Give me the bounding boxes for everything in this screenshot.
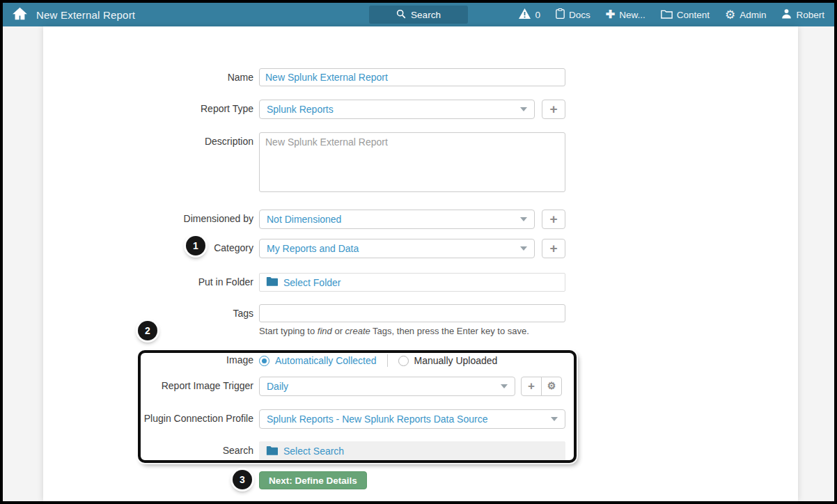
footer-row: Next: Define Details	[43, 471, 798, 489]
gear-icon: ⚙	[725, 9, 735, 21]
radio-automatically-collected-label[interactable]: Automatically Collected	[275, 355, 377, 366]
nav-item-admin[interactable]: ⚙ Admin	[725, 9, 767, 21]
search-row: Search Select Search	[43, 441, 798, 461]
header-nav: 0 Docs ✚ New... Content ⚙ Admin	[519, 8, 824, 22]
select-search-link[interactable]: Select Search	[283, 446, 344, 457]
category-row: Category My Reports and Data +	[43, 239, 798, 258]
dimensioned-by-value: Not Dimensioned	[267, 214, 341, 225]
chevron-down-icon	[520, 217, 527, 221]
gear-icon: ⚙	[547, 380, 556, 391]
put-in-folder-row: Put in Folder Select Folder	[43, 273, 798, 292]
category-select[interactable]: My Reports and Data	[259, 239, 535, 258]
search-button[interactable]: Search	[369, 6, 468, 24]
radio-manually-uploaded-label[interactable]: Manually Uploaded	[414, 355, 498, 366]
annotation-badge-3: 3	[233, 470, 252, 489]
nav-item-content[interactable]: Content	[661, 9, 710, 21]
plus-icon: ✚	[606, 9, 615, 20]
plugin-connection-profile-row: Plugin Connection Profile Splunk Reports…	[43, 409, 798, 429]
chevron-down-icon	[501, 384, 508, 388]
select-folder-field[interactable]: Select Folder	[259, 273, 565, 292]
user-icon	[781, 8, 792, 21]
report-type-label: Report Type	[43, 100, 259, 114]
plugin-connection-profile-select[interactable]: Splunk Reports - New Splunk Reports Data…	[259, 409, 565, 429]
category-value: My Reports and Data	[267, 243, 359, 254]
report-type-row: Report Type Splunk Reports +	[43, 100, 798, 119]
search-label: Search	[43, 441, 259, 456]
chevron-down-icon	[551, 417, 558, 421]
plugin-connection-profile-label: Plugin Connection Profile	[43, 409, 259, 424]
clipboard-icon	[556, 8, 565, 22]
select-folder-link[interactable]: Select Folder	[283, 277, 341, 288]
home-icon	[13, 7, 27, 23]
select-search-field[interactable]: Select Search	[259, 441, 565, 461]
name-label: Name	[43, 68, 259, 83]
add-dimension-button[interactable]: +	[542, 210, 565, 229]
image-label: Image	[43, 352, 259, 365]
dimensioned-by-select[interactable]: Not Dimensioned	[259, 210, 535, 229]
description-textarea[interactable]	[259, 132, 565, 192]
alerts-count: 0	[535, 10, 540, 20]
chevron-down-icon	[520, 246, 527, 251]
app-window: New External Report Search 0 Docs ✚	[0, 0, 837, 504]
user-menu[interactable]: Robert	[781, 8, 824, 21]
tags-label: Tags	[43, 304, 259, 319]
folder-icon	[266, 446, 278, 457]
chevron-down-icon	[520, 107, 527, 111]
add-category-button[interactable]: +	[542, 239, 565, 258]
radio-manually-uploaded[interactable]	[398, 356, 409, 366]
image-row: Image Automatically Collected Manually U…	[43, 352, 798, 367]
alerts-button[interactable]: 0	[519, 8, 540, 21]
nav-item-new[interactable]: ✚ New...	[606, 9, 646, 20]
nav-admin-label: Admin	[740, 10, 766, 20]
search-icon	[396, 9, 406, 21]
annotation-badge-1: 1	[186, 236, 205, 255]
plugin-connection-profile-value: Splunk Reports - New Splunk Reports Data…	[267, 414, 487, 425]
divider	[387, 354, 388, 367]
folder-icon	[266, 276, 278, 288]
name-input[interactable]	[259, 68, 565, 86]
description-row: Description	[43, 132, 798, 192]
category-label: Category	[43, 239, 259, 253]
user-name: Robert	[796, 10, 824, 20]
tags-input[interactable]	[259, 304, 565, 322]
nav-new-label: New...	[619, 10, 646, 20]
trigger-actions: + ⚙	[521, 377, 562, 396]
add-trigger-button[interactable]: +	[521, 377, 542, 396]
report-type-select[interactable]: Splunk Reports	[259, 100, 535, 119]
report-image-trigger-select[interactable]: Daily	[259, 377, 515, 396]
next-define-details-button[interactable]: Next: Define Details	[259, 471, 367, 489]
nav-content-label: Content	[677, 10, 710, 20]
nav-item-docs[interactable]: Docs	[556, 8, 590, 22]
warning-icon	[519, 8, 531, 21]
report-type-value: Splunk Reports	[267, 104, 334, 115]
page-title: New External Report	[36, 9, 135, 21]
image-source-radio-group: Automatically Collected Manually Uploade…	[259, 352, 497, 367]
search-button-label: Search	[411, 10, 441, 20]
report-image-trigger-value: Daily	[267, 381, 288, 392]
nav-docs-label: Docs	[569, 10, 590, 20]
trigger-settings-button[interactable]: ⚙	[541, 377, 562, 396]
put-in-folder-label: Put in Folder	[43, 273, 259, 288]
name-row: Name	[43, 68, 798, 86]
add-report-type-button[interactable]: +	[542, 100, 565, 119]
report-image-trigger-row: Report Image Trigger Daily + ⚙	[43, 377, 798, 396]
tags-hint: Start typing to find or create Tags, the…	[259, 326, 529, 336]
dimensioned-by-row: Dimensioned by Not Dimensioned +	[43, 210, 798, 229]
dimensioned-by-label: Dimensioned by	[43, 210, 259, 224]
content-panel: Name Report Type Splunk Reports + Descri…	[43, 26, 798, 501]
radio-automatically-collected[interactable]	[259, 356, 269, 366]
report-image-trigger-label: Report Image Trigger	[43, 377, 259, 391]
annotation-badge-2: 2	[138, 321, 157, 340]
folder-outline-icon	[661, 9, 673, 21]
top-navbar: New External Report Search 0 Docs ✚	[3, 3, 834, 26]
description-label: Description	[43, 132, 259, 147]
home-button[interactable]	[13, 7, 27, 23]
